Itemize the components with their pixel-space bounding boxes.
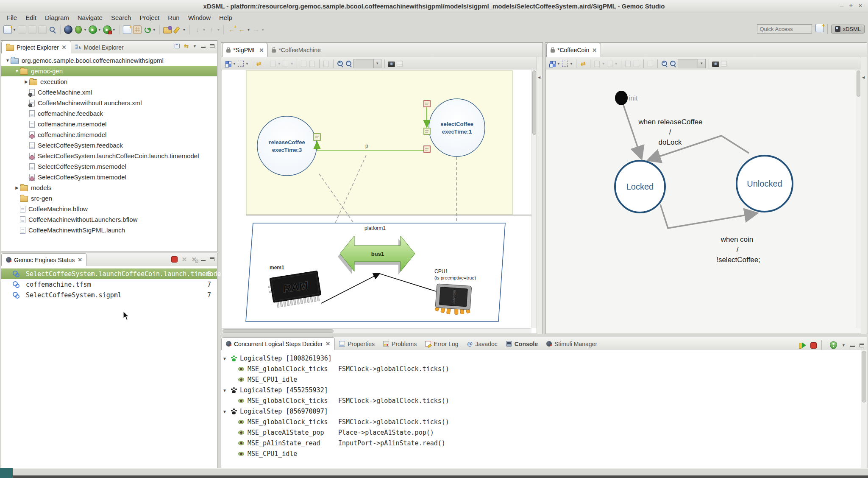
vertical-scrollbar[interactable] [861,350,867,468]
new-gemoc-wizard-button[interactable] [122,25,132,34]
arrange-selection-button[interactable]: ▼ [224,60,236,67]
scrollbar-thumb[interactable] [862,351,866,403]
open-web-browser-button[interactable] [64,25,73,34]
logical-step-row[interactable]: ▼LogicalStep [856970097] [221,406,861,417]
minimize-icon[interactable] [850,346,855,347]
zoom-in-button[interactable] [337,60,344,67]
tab-console[interactable]: Console [502,338,542,350]
input-port[interactable] [424,146,430,152]
tab-project-explorer[interactable]: Project Explorer ✕ [1,41,71,53]
input-port[interactable] [424,128,430,134]
fsm-init-transition[interactable] [623,105,641,158]
tab-javadoc[interactable]: @Javadoc [463,338,502,350]
tree-expander-icon[interactable]: ▼ [14,69,20,73]
export-as-image-button[interactable] [712,60,719,67]
zoom-in-button[interactable] [661,60,668,67]
tree-item-coffemachine-timemodel[interactable]: coffemachine.timemodel [1,129,217,140]
tree-expander-icon[interactable]: ▶ [14,185,20,190]
mse-event-row[interactable]: MSE_globalClock_ticksFSMClock->globalClo… [221,396,861,406]
permission-shield-icon[interactable] [830,341,837,349]
horizontal-scrollbar[interactable] [222,328,531,333]
window-close-button[interactable]: × [856,2,865,9]
menu-edit[interactable]: Edit [21,14,41,22]
close-icon[interactable]: ✕ [62,44,67,50]
zoom-level-input[interactable] [678,59,698,68]
new-plugin-project-button[interactable] [133,25,142,34]
new-wizard-button[interactable]: ▼ [3,25,17,34]
chevron-down-icon[interactable]: ▼ [83,28,87,32]
palette-expand-icon[interactable]: ◀ [538,75,540,79]
refresh-diagram-button[interactable]: ⇄ [255,60,263,67]
zoom-out-button[interactable] [669,60,677,67]
transition-label[interactable]: when releaseCoffee [638,118,703,126]
tree-item-selectcoffeesystem-feedback[interactable]: SelectCoffeeSystem.feedback [1,140,217,151]
tree-item-coffeemachinewithoutlaunchers-xml[interactable]: CoffeeMachinewithoutLaunchers.xml [1,98,217,108]
tree-item-coffeemachine-xml[interactable]: CoffeeMachine.xml [1,87,217,98]
chevron-down-icon[interactable]: ▼ [261,28,264,32]
tree-expander-icon[interactable]: ▶ [23,79,29,84]
chevron-down-icon[interactable]: ▼ [183,28,186,32]
fsm-transition-locked-to-unlocked[interactable] [660,204,756,228]
tree-item-coffeemachinewithsigpml-launch[interactable]: CoffeeMachinewithSigPML.launch [1,225,217,235]
export-as-image-button[interactable] [388,60,395,67]
debug-button[interactable]: ▼ [74,25,87,34]
editor-tab-coffeemachine[interactable]: *CoffeeMachine [268,43,324,57]
back-button[interactable]: ▼ [237,25,250,34]
engine-row[interactable]: SelectCoffeeSystem.launchCoffeeCoin.laun… [1,268,217,279]
scrollbar-thumb[interactable] [223,329,334,333]
logical-step-row[interactable]: ▼LogicalStep [455255932] [221,385,861,396]
menu-navigate[interactable]: Navigate [73,14,107,22]
tree-item-execution[interactable]: ▶execution [1,76,217,87]
chevron-down-icon[interactable]: ▼ [842,343,846,347]
chevron-down-icon[interactable]: ▼ [245,62,249,66]
select-mode-button[interactable]: ▼ [237,60,249,67]
mse-event-row[interactable]: MSE_globalClock_ticksFSMClock->globalClo… [221,417,861,428]
menu-run[interactable]: Run [164,14,184,22]
tree-item-selectcoffeesystem-timemodel[interactable]: SelectCoffeeSystem.timemodel [1,172,217,182]
vertical-scrollbar[interactable] [856,70,861,328]
last-edit-location-button[interactable] [227,25,236,34]
chevron-down-icon[interactable]: ▼ [570,62,573,66]
open-perspective-button[interactable] [815,24,824,34]
coffeecoin-palette-collapsed[interactable]: ◀ [861,57,867,334]
sigpml-palette-collapsed[interactable]: ◀ [537,57,542,334]
search-button[interactable] [48,25,57,34]
sigpml-diagram-canvas[interactable]: releaseCoffee execTime:3 selectCoffee ex… [222,70,537,333]
output-port[interactable] [314,134,320,140]
tree-expander-icon[interactable]: ▼ [223,356,226,361]
tree-item-coffemachine-feedback[interactable]: coffemachine.feedback [1,108,217,119]
zoom-level-input[interactable] [353,59,374,68]
run-configurations-button[interactable]: ▼ [103,25,116,34]
palette-expand-icon[interactable]: ◀ [862,75,865,79]
transition-label[interactable]: when coin [721,235,754,243]
zoom-out-button[interactable] [345,60,353,67]
fsm-init-state[interactable] [615,91,628,105]
engine-row[interactable]: SelectCoffeeSystem.sigpml7 [1,290,217,300]
quick-access-input[interactable] [757,24,812,34]
menu-search[interactable]: Search [107,14,136,22]
tab-problems[interactable]: Problems [379,338,421,350]
window-maximize-button[interactable]: + [847,2,855,9]
zoom-level-button[interactable]: ▼ [678,59,706,68]
chevron-down-icon[interactable]: ▼ [112,28,116,32]
chevron-down-icon[interactable]: ▼ [153,28,156,32]
tree-item-org-gemoc-sample-bcool-coffeemachinewithsigpml[interactable]: ▼org.gemoc.sample.bcool.coffeemachinewit… [1,55,217,66]
menu-file[interactable]: File [3,14,21,22]
tree-item-selectcoffeesystem-launchcoffeecoin-launch-timemodel[interactable]: SelectCoffeeSystem.launchCoffeeCoin.laun… [1,151,217,161]
chevron-down-icon[interactable]: ▼ [247,28,250,32]
tab-concurrent-logical-steps-decider[interactable]: Concurrent Logical Steps Decider✕ [221,337,335,350]
menu-diagram[interactable]: Diagram [41,14,73,22]
tab-model-explorer[interactable]: Model Explorer [71,41,128,53]
vertical-scrollbar[interactable] [531,70,537,328]
maximize-icon[interactable] [210,257,214,261]
tree-item-coffeemachine-bflow[interactable]: CoffeeMachine.bflow [1,204,217,214]
tree-item-coffeemachinewithoutlaunchers-bflow[interactable]: CoffeeMachinewithoutLaunchers.bflow [1,214,217,225]
tree-item-gemoc-gen[interactable]: ▼gemoc-gen [1,66,217,76]
close-icon[interactable]: ✕ [78,257,82,263]
tab-properties[interactable]: Properties [335,338,379,350]
menu-window[interactable]: Window [184,14,215,22]
run-button[interactable]: ▼ [88,25,102,34]
collapse-all-icon[interactable] [175,44,180,48]
maximize-icon[interactable] [860,344,864,347]
mse-event-row[interactable]: MSE_CPU1_idle [221,449,861,459]
